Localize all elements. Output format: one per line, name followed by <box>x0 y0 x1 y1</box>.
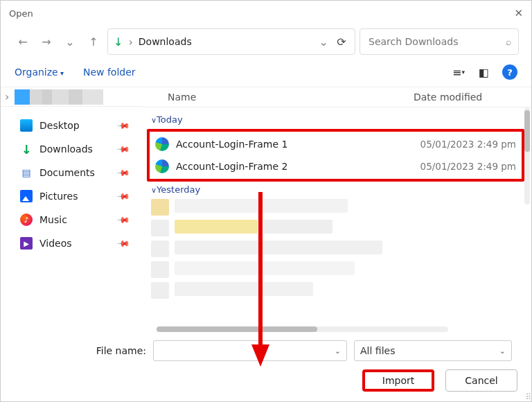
download-icon: ↓ <box>114 35 123 49</box>
vertical-scrollbar[interactable] <box>524 107 530 204</box>
column-headers: Name Date modified <box>143 87 531 107</box>
toolbar: Organize New folder ≡ ▾ ◧ ? <box>1 62 531 87</box>
new-folder-button[interactable]: New folder <box>83 67 136 78</box>
search-icon: ⌕ <box>506 36 511 47</box>
address-bar[interactable]: ↓ › Downloads ⌄ ⟳ <box>107 28 355 55</box>
resize-grip[interactable]: ⠿ <box>525 394 530 400</box>
column-name[interactable]: Name <box>168 91 414 103</box>
body: › Desktop 📌 ↓ Downloads <box>1 87 531 333</box>
pin-icon: 📌 <box>116 213 131 227</box>
sidebar-item-label: Pictures <box>39 191 78 202</box>
sidebar-item-videos[interactable]: ▶ Videos 📌 <box>20 237 136 250</box>
filter-label: All files <box>360 345 395 356</box>
sidebar-item-documents[interactable]: ▤ Documents 📌 <box>20 166 136 179</box>
file-name-combo[interactable]: ⌄ <box>153 340 347 361</box>
file-date: 05/01/2023 2:49 pm <box>398 139 516 150</box>
chevron-right-icon: › <box>5 90 9 103</box>
chevron-down-icon: ⌄ <box>499 347 506 356</box>
footer: File name: ⌄ All files ⌄ Import Cancel <box>1 333 531 401</box>
sidebar-item-desktop[interactable]: Desktop 📌 <box>20 119 136 132</box>
desktop-icon <box>20 119 33 132</box>
pin-icon: 📌 <box>116 189 131 204</box>
document-icon: ▤ <box>20 166 33 179</box>
file-list: Today Account-Login-Frame 1 05/01/2023 2… <box>143 107 531 333</box>
nav-row: ← → ⌄ ↑ ↓ › Downloads ⌄ ⟳ ⌕ <box>1 26 531 62</box>
sidebar-item-label: Desktop <box>39 120 80 131</box>
sidebar: › Desktop 📌 ↓ Downloads <box>1 87 143 333</box>
sidebar-item-label: Downloads <box>39 143 93 155</box>
titlebar: Open ✕ <box>1 1 531 26</box>
file-name: Account-Login-Frame 2 <box>176 161 391 172</box>
annotation-highlight-box: Account-Login-Frame 1 05/01/2023 2:49 pm… <box>147 129 524 182</box>
location-text: Downloads <box>139 36 192 47</box>
chevron-down-icon[interactable]: ⌄ <box>319 35 328 49</box>
search-box[interactable]: ⌕ <box>360 28 519 55</box>
import-button[interactable]: Import <box>362 369 434 392</box>
preview-pane-icon[interactable]: ◧ <box>477 66 490 78</box>
horizontal-scrollbar[interactable] <box>157 326 448 332</box>
sidebar-item-music[interactable]: ♪ Music 📌 <box>20 213 136 226</box>
chevron-right-icon: › <box>128 35 132 49</box>
pin-icon: 📌 <box>116 236 131 250</box>
file-date: 05/01/2023 2:49 pm <box>398 161 516 172</box>
close-icon[interactable]: ✕ <box>514 7 523 19</box>
window-title: Open <box>9 8 33 19</box>
pin-icon: 📌 <box>116 142 131 157</box>
forward-button[interactable]: → <box>37 32 56 51</box>
file-name-label: File name: <box>1 345 146 356</box>
column-date[interactable]: Date modified <box>414 91 524 103</box>
file-row[interactable]: Account-Login-Frame 2 05/01/2023 2:49 pm <box>151 155 520 177</box>
sidebar-item-downloads[interactable]: ↓ Downloads 📌 <box>20 143 136 155</box>
open-dialog: Open ✕ ← → ⌄ ↑ ↓ › Downloads ⌄ ⟳ ⌕ Organ… <box>0 0 532 402</box>
tree-current-row[interactable]: › <box>1 87 143 107</box>
file-type-filter[interactable]: All files ⌄ <box>354 340 512 361</box>
file-row[interactable]: Account-Login-Frame 1 05/01/2023 2:49 pm <box>151 133 520 155</box>
edge-icon <box>155 137 169 151</box>
file-list-area: Name Date modified Today Account-Login-F… <box>143 87 531 333</box>
group-yesterday[interactable]: Yesterday <box>151 184 529 195</box>
group-today[interactable]: Today <box>151 114 529 125</box>
recent-dropdown[interactable]: ⌄ <box>60 32 80 51</box>
view-list-icon[interactable]: ≡ ▾ <box>452 66 465 78</box>
back-button[interactable]: ← <box>13 32 33 51</box>
sidebar-item-pictures[interactable]: Pictures 📌 <box>20 190 136 202</box>
refresh-button[interactable]: ⟳ <box>334 35 349 49</box>
redacted-files <box>151 199 524 302</box>
search-input[interactable] <box>367 35 506 48</box>
cancel-button[interactable]: Cancel <box>445 369 517 392</box>
sidebar-item-label: Videos <box>39 238 72 249</box>
pin-icon: 📌 <box>116 166 131 180</box>
music-icon: ♪ <box>20 213 33 226</box>
tree-current-blur <box>15 89 103 105</box>
pin-icon: 📌 <box>116 119 131 133</box>
edge-icon <box>155 159 169 173</box>
sidebar-item-label: Music <box>39 214 67 225</box>
up-button[interactable]: ↑ <box>84 32 103 51</box>
pictures-icon <box>20 190 33 202</box>
sidebar-item-label: Documents <box>39 167 95 178</box>
help-icon[interactable]: ? <box>502 64 517 80</box>
chevron-down-icon: ⌄ <box>335 347 341 356</box>
file-name: Account-Login-Frame 1 <box>176 139 391 150</box>
videos-icon: ▶ <box>20 237 33 250</box>
download-icon: ↓ <box>20 143 33 155</box>
organize-menu[interactable]: Organize <box>15 67 64 78</box>
